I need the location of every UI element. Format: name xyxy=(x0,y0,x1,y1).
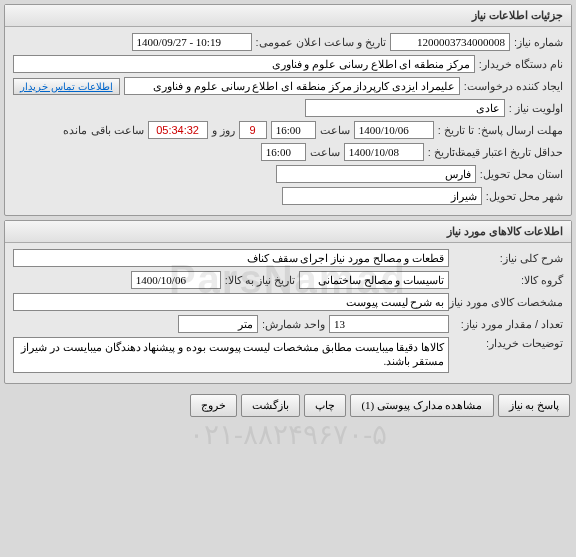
public-date-label: تاریخ و ساعت اعلان عمومی: xyxy=(256,36,386,49)
reply-deadline-label: مهلت ارسال پاسخ: xyxy=(478,124,563,137)
print-button[interactable]: چاپ xyxy=(304,394,346,417)
delivery-province-field[interactable] xyxy=(276,165,476,183)
request-no-field[interactable] xyxy=(390,33,510,51)
goods-panel-title: اطلاعات کالاهای مورد نیاز xyxy=(5,221,571,243)
public-date-field[interactable] xyxy=(132,33,252,51)
back-button[interactable]: بازگشت xyxy=(241,394,300,417)
unit-label: واحد شمارش: xyxy=(262,318,325,331)
goods-spec-field[interactable] xyxy=(13,293,449,311)
buyer-notes-field[interactable] xyxy=(13,337,449,373)
contact-info-link[interactable]: اطلاعات تماس خریدار xyxy=(13,78,120,95)
exit-button[interactable]: خروج xyxy=(190,394,237,417)
overall-desc-field[interactable] xyxy=(13,249,449,267)
time-label-2: ساعت xyxy=(310,146,340,159)
goods-info-panel: اطلاعات کالاهای مورد نیاز شرح کلی نیاز: … xyxy=(4,220,572,384)
goods-group-label: گروه کالا: xyxy=(453,274,563,287)
days-and-label: روز و xyxy=(212,124,235,137)
goods-spec-label: مشخصات کالای مورد نیاز: xyxy=(453,296,563,309)
need-date-label: تاریخ نیاز به کالا: xyxy=(225,274,295,287)
creator-label: ایجاد کننده درخواست: xyxy=(464,80,563,93)
attachments-button[interactable]: مشاهده مدارک پیوستی (1) xyxy=(350,394,493,417)
unit-field[interactable] xyxy=(178,315,258,333)
overall-desc-label: شرح کلی نیاز: xyxy=(453,252,563,265)
time-label-1: ساعت xyxy=(320,124,350,137)
buyer-notes-label: توضیحات خریدار: xyxy=(453,337,563,350)
need-date-field[interactable] xyxy=(131,271,221,289)
delivery-city-label: شهر محل تحویل: xyxy=(486,190,563,203)
remaining-days: 9 xyxy=(239,121,267,139)
goods-group-field[interactable] xyxy=(299,271,449,289)
panel-title: جزئیات اطلاعات نیاز xyxy=(5,5,571,27)
reply-date-field[interactable] xyxy=(354,121,434,139)
reply-button[interactable]: پاسخ به نیاز xyxy=(498,394,571,417)
validity-date-field[interactable] xyxy=(344,143,424,161)
need-details-panel: جزئیات اطلاعات نیاز شماره نیاز: تاریخ و … xyxy=(4,4,572,216)
priority-field[interactable] xyxy=(305,99,505,117)
qty-field[interactable] xyxy=(329,315,449,333)
creator-field[interactable] xyxy=(124,77,460,95)
button-bar: پاسخ به نیاز مشاهده مدارک پیوستی (1) چاپ… xyxy=(0,388,576,423)
validity-time-field[interactable] xyxy=(261,143,306,161)
delivery-city-field[interactable] xyxy=(282,187,482,205)
validity-label: حداقل تاریخ اعتبار قیمت: xyxy=(468,146,563,159)
buyer-org-field[interactable] xyxy=(13,55,475,73)
request-no-label: شماره نیاز: xyxy=(514,36,563,49)
to-date-label-2: تا تاریخ : xyxy=(428,146,464,159)
to-date-label-1: تا تاریخ : xyxy=(438,124,474,137)
qty-label: تعداد / مقدار مورد نیاز: xyxy=(453,318,563,331)
reply-time-field[interactable] xyxy=(271,121,316,139)
remaining-time: 05:34:32 xyxy=(148,121,208,139)
buyer-org-label: نام دستگاه خریدار: xyxy=(479,58,563,71)
delivery-province-label: استان محل تحویل: xyxy=(480,168,563,181)
remaining-suffix: ساعت باقی مانده xyxy=(63,124,143,137)
priority-label: اولویت نیاز : xyxy=(509,102,563,115)
